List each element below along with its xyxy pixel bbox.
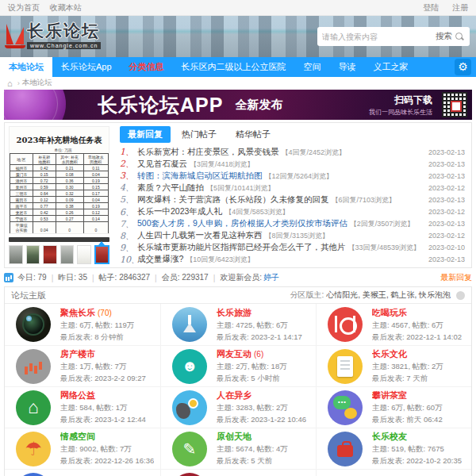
nav-item-guide[interactable]: 导读	[330, 57, 365, 77]
forum-title-link[interactable]: 网友互动	[217, 349, 251, 359]
forum-title-link[interactable]: 网络公益	[60, 390, 95, 400]
latest-replies-link[interactable]: 最新回复	[440, 272, 472, 283]
thread-item[interactable]: 1、 长乐新宽村：村庄变景区，风景变钱景【4回复/2452浏览】 2023-02…	[120, 146, 465, 158]
slider-thumbnail[interactable]	[43, 245, 57, 264]
forum-title-link[interactable]: 人在异乡	[217, 390, 251, 400]
thread-title-link[interactable]: 素质？六平山随拍	[137, 182, 204, 192]
thread-item[interactable]: 5、 网友爆料：关于营滨路（长乐站段）久未修复的回复【6回复/7103浏览】 2…	[120, 194, 465, 205]
forum-item[interactable]: ☂ 情感空间 主题: 9002, 帖数: 7万 最后发表: 2022-12-26…	[5, 428, 160, 469]
thread-rank: 6、	[120, 206, 137, 218]
thread-item[interactable]: 10、 成交量爆涨?【10回复/6423浏览】 2023-02-13	[120, 254, 465, 266]
forum-item[interactable]: 长乐校友 主题: 519, 帖数: 7675 最后发表: 2022-10-2 2…	[316, 428, 471, 469]
slider-thumbnail[interactable]	[26, 245, 40, 264]
thread-meta: 【8回复/3135浏览】	[264, 232, 329, 240]
register-link[interactable]: 注册	[452, 3, 468, 12]
thread-title-link[interactable]: 人生四十几载第一次看见这种东西	[137, 230, 263, 240]
forum-item[interactable]: 房产楼市 主题: 1万, 帖数: 7万 最后发表: 2023-2-2 09:27	[5, 345, 160, 386]
thread-rank: 2、	[120, 158, 137, 170]
forum-item[interactable]: 长乐旅游 主题: 4725, 帖数: 6万 最后发表: 2023-2-1 14:…	[160, 304, 316, 345]
tab-latest-replies[interactable]: 最新回复	[120, 126, 171, 143]
thread-rank: 5、	[120, 194, 137, 205]
forum-last-post: 最后发表: 2022-10-2 20:35	[372, 456, 462, 466]
tab-featured-posts[interactable]: 精华帖子	[228, 126, 278, 143]
thread-title-link[interactable]: 长乐一中2023年成人礼	[137, 206, 222, 216]
main-panel: 2023年补充耕地任务表 单位: 万亩 地 区补充耕地面积其中: 补充水田面积旱…	[4, 122, 472, 268]
search-button[interactable]: 搜索	[434, 31, 470, 42]
thread-rank: 1、	[120, 146, 137, 158]
forum-item[interactable]: 长乐文化 主题: 3821, 帖数: 2万 最后发表: 7 天前	[316, 345, 471, 386]
breadcrumb-current[interactable]: 本地论坛	[22, 78, 52, 88]
thread-title-link[interactable]: 又见首石凝云	[137, 159, 187, 168]
forum-item[interactable]: 人在异乡 主题: 3283, 帖数: 2万 最后发表: 2023-1-22 10…	[160, 386, 316, 428]
set-home-link[interactable]: 设为首页	[8, 3, 40, 12]
dining-icon	[328, 307, 363, 342]
forum-title-link[interactable]: 攀讲茶室	[372, 390, 407, 400]
site-logo[interactable]: 长乐论坛 www.Changle.com.cn	[5, 20, 101, 49]
nav-item-space[interactable]: 空间	[295, 57, 330, 77]
thread-title-link[interactable]: 成交量爆涨?	[137, 254, 183, 263]
thread-item[interactable]: 8、 人生四十几载第一次看见这种东西【8回复/3135浏览】 2023-02-1…	[120, 230, 465, 242]
thread-item[interactable]: 7、 500套人才房，9人申购，房价根据人才类别仅按市场评估【2回复/3507浏…	[120, 218, 465, 230]
thread-rank: 7、	[120, 218, 137, 230]
thread-item[interactable]: 4、 素质？六平山随拍【5回复/10141浏览】 2023-02-12	[120, 182, 465, 194]
thread-title-link[interactable]: 网友爆料：关于营滨路（长乐站段）久未修复的回复	[137, 194, 329, 204]
thread-item[interactable]: 2、 又见首石凝云【3回复/4418浏览】 2023-02-13	[120, 158, 465, 170]
forum-item[interactable]: 长乐旗袍爱好者	[5, 469, 160, 476]
slider-thumbnail[interactable]	[9, 245, 23, 264]
forum-stats: 主题: 9002, 帖数: 7万	[60, 444, 154, 455]
forum-section: 论坛主版 分区版主: 心情阳光, 美猴王, 鹤上张, 快乐泡泡 聚焦长乐(70)…	[4, 286, 472, 476]
forum-title-link[interactable]: 长乐文化	[372, 349, 407, 359]
forum-item[interactable]: 聚焦长乐(70) 主题: 6万, 帖数: 119万 最后发表: 8 分钟前	[5, 304, 160, 345]
thread-item[interactable]: 9、 长乐城市更新功能片区指挥部已经开会怎么干了，其他片【33回复/48539浏…	[120, 242, 465, 254]
nav-item-hospitals[interactable]: 长乐区内二级以上公立医院	[173, 57, 295, 77]
collapse-icon[interactable]	[456, 291, 465, 300]
forum-title-link[interactable]: 情感空间	[60, 432, 95, 441]
tab-hot-posts[interactable]: 热门帖子	[174, 126, 225, 143]
nav-item-app[interactable]: 长乐论坛App	[52, 57, 121, 77]
forum-item[interactable]: ⌂ 网络公益 主题: 584, 帖数: 1万 最后发表: 2023-1-2 12…	[5, 386, 160, 428]
sail-boat-icon	[5, 22, 25, 49]
gear-icon[interactable]: ⚙	[455, 59, 471, 75]
thread-meta: 【4回复/2452浏览】	[281, 148, 346, 156]
forum-item[interactable]: 吃喝玩乐 主题: 4567, 帖数: 6万 最后发表: 2022-12-1 14…	[316, 304, 471, 345]
slider-thumbnail-active[interactable]	[94, 245, 110, 264]
forum-item[interactable]: 长乐汉服爱好者	[160, 469, 316, 476]
forum-title-link[interactable]: 吃喝玩乐	[372, 308, 407, 317]
moderators-list[interactable]: 心情阳光, 美猴王, 鹤上张, 快乐泡泡	[326, 290, 451, 301]
app-banner[interactable]: 长乐论坛APP 全新发布 扫码下载 我们一同品味长乐生活	[4, 90, 472, 120]
forum-stats: 主题: 6万, 帖数: 60万	[372, 403, 443, 413]
thread-item[interactable]: 3、 转图：滨海新城启动区近期航拍图【12回复/5264浏览】 2023-02-…	[120, 170, 465, 182]
forum-last-post: 最后发表: 2023-2-2 09:27	[60, 374, 146, 384]
search-input[interactable]	[317, 33, 434, 41]
forum-title-link[interactable]: 房产楼市	[60, 349, 95, 359]
home-icon[interactable]: ⌂	[7, 79, 13, 88]
thread-title-link[interactable]: 长乐城市更新功能片区指挥部已经开会怎么干了，其他片	[137, 242, 346, 251]
nav-item-classifieds[interactable]: 分类信息	[121, 57, 173, 77]
nav-item-volunteer[interactable]: 义工之家	[365, 57, 417, 77]
thread-item[interactable]: 6、 长乐一中2023年成人礼【4回复/5853浏览】 2023-02-12	[120, 205, 465, 217]
slider-thumbnail[interactable]	[77, 245, 91, 264]
thread-title-link[interactable]: 长乐新宽村：村庄变景区，风景变钱景	[137, 147, 279, 156]
forum-title-link[interactable]: 原创天地	[217, 432, 251, 441]
forum-title-link[interactable]: 长乐旅游	[217, 308, 251, 317]
favorite-link[interactable]: 收藏本站	[50, 3, 82, 12]
thread-title-link[interactable]: 500套人才房，9人申购，房价根据人才类别仅按市场评估	[137, 218, 347, 228]
forum-badge: (6)	[254, 350, 263, 359]
slider-progress-bar[interactable]	[9, 237, 109, 242]
forum-item[interactable]: ☻ 网友互动(6) 主题: 2万, 帖数: 18万 最后发表: 5 小时前	[160, 345, 316, 386]
forum-title-link[interactable]: 长乐校友	[372, 432, 407, 441]
thread-title-link[interactable]: 转图：滨海新城启动区近期航拍图	[137, 171, 263, 180]
forum-last-post: 最后发表: 8 分钟前	[60, 332, 134, 343]
thread-date: 2023-02-12	[420, 184, 465, 192]
forum-item[interactable]: 攀讲茶室 主题: 6万, 帖数: 60万 最后发表: 前天 06:42	[316, 386, 471, 428]
login-link[interactable]: 登陆	[423, 3, 439, 12]
slider-thumbnail[interactable]	[60, 245, 75, 264]
farmland-table: 地 区补充耕地面积其中: 补充水田面积旱地改水田面积 福州市0.420.210.…	[10, 153, 109, 234]
newest-member-link[interactable]: 婷子	[263, 272, 279, 283]
slider-current-image[interactable]: 2023年补充耕地任务表 单位: 万亩 地 区补充耕地面积其中: 补充水田面积旱…	[9, 126, 109, 234]
camera-lens-icon	[16, 307, 51, 342]
farmland-doc-title: 2023年补充耕地任务表	[17, 135, 102, 146]
forum-title-link[interactable]: 聚焦长乐	[60, 308, 95, 317]
forum-item[interactable]: ✎ 原创天地 主题: 5674, 帖数: 4万 最后发表: 5 天前	[160, 428, 316, 469]
nav-item-local-forum[interactable]: 本地论坛	[0, 57, 52, 77]
